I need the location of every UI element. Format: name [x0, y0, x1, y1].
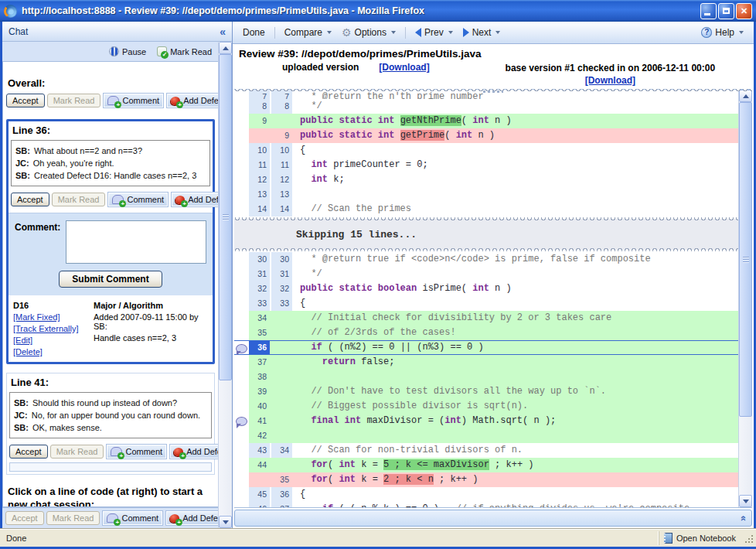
mark-fixed-link[interactable]: [Mark Fixed]: [13, 312, 87, 322]
base-version-label: base version #1 checked in on 2006-12-11…: [473, 62, 747, 74]
collapse-up-icon[interactable]: »: [737, 515, 747, 520]
caret-down-icon: [327, 31, 332, 34]
code-text: // Scan the primes: [292, 202, 738, 217]
line-number: 35: [271, 472, 292, 487]
line-number: [271, 341, 292, 354]
add-defect-button[interactable]: Add Defect: [166, 93, 218, 108]
code-row-35[interactable]: 35 // of 2/3rds of the cases!: [234, 326, 738, 340]
code-scrollbar[interactable]: [738, 90, 752, 507]
download-uploaded-link[interactable]: [Download]: [379, 62, 429, 73]
track-externally-link[interactable]: [Track Externally]: [13, 324, 87, 333]
scrollbar-up-button[interactable]: [219, 42, 232, 54]
code-row-38[interactable]: 38: [234, 370, 738, 384]
splitter-handle[interactable]: [483, 90, 503, 93]
prev-button[interactable]: Prev: [412, 26, 456, 39]
code-row-9[interactable]: 9public static int getPrime( int n ): [234, 128, 738, 143]
comment-button[interactable]: Comment: [103, 93, 164, 108]
comment-button[interactable]: Comment: [102, 510, 163, 526]
comment-bubble-icon: [107, 96, 119, 105]
code-row-30[interactable]: 3030 * @return true if <code>n</code> is…: [234, 252, 738, 267]
gutter-cell: [234, 355, 249, 370]
code-row-32[interactable]: 3232public static boolean isPrime( int n…: [234, 281, 738, 296]
code-text: // Scan for non-trivial divisors of n.: [292, 443, 738, 458]
code-row-11[interactable]: 1111 int primeCounter = 0;: [234, 158, 738, 172]
collapse-panel-icon[interactable]: «: [220, 26, 226, 37]
comment-button[interactable]: Comment: [107, 192, 169, 207]
mark-read-button: Mark Read: [46, 511, 100, 525]
review-title: Review #39: //depot/demo/primes/PrimeUti…: [239, 48, 747, 60]
accept-button[interactable]: Accept: [6, 94, 45, 107]
code-row-45[interactable]: 4536{: [234, 487, 738, 502]
code-row-43[interactable]: 4334 // Scan for non-trivial divisors of…: [234, 443, 738, 458]
code-row-13[interactable]: 1313: [234, 187, 738, 202]
scrollbar-thumb[interactable]: [219, 54, 232, 380]
sidebar-scrollbar[interactable]: [218, 42, 232, 528]
line-number: 13: [271, 187, 292, 202]
code-row-8[interactable]: 88 */: [234, 99, 738, 114]
comment-textarea[interactable]: [66, 220, 206, 264]
window-controls: ✕: [700, 3, 752, 19]
skipped-lines-band[interactable]: Skipping 15 lines...: [234, 219, 738, 250]
code-row-31[interactable]: 3131 */: [234, 267, 738, 281]
open-notebook-button[interactable]: Open Notebook: [659, 531, 741, 545]
add-defect-button[interactable]: Add Defect: [169, 444, 218, 459]
download-base-link[interactable]: [Download]: [585, 75, 635, 86]
line-number: 42: [249, 428, 270, 443]
scrollbar-down-button[interactable]: [219, 516, 232, 528]
code-row-35[interactable]: 35 for( int k = 2 ; k < n ; k++ ): [234, 472, 738, 487]
resize-grip[interactable]: [744, 532, 754, 544]
code-text: [292, 370, 738, 384]
chat-bubble-icon[interactable]: [236, 344, 247, 353]
code-row-14[interactable]: 1414 // Scan the primes: [234, 202, 738, 217]
code-text: {: [292, 487, 738, 502]
delete-link[interactable]: [Delete]: [13, 347, 87, 356]
code-row-12[interactable]: 1212 int k;: [234, 172, 738, 187]
code-row-42[interactable]: 42: [234, 428, 738, 443]
next-button[interactable]: Next: [460, 26, 504, 39]
defect-description: Handle cases n==2, 3: [94, 333, 208, 343]
code-row-46[interactable]: 4637 if ( ( n % k ) == 0 ) // if anythin…: [234, 502, 738, 507]
gutter-cell: [234, 158, 249, 172]
help-menu-button[interactable]: ?Help: [698, 26, 747, 39]
comment-button[interactable]: Comment: [106, 444, 167, 459]
bottom-collapse-bar[interactable]: »: [234, 510, 752, 527]
code-text: */: [292, 99, 738, 114]
add-defect-button[interactable]: Add Defect: [171, 192, 218, 207]
chat-bubble-icon[interactable]: [236, 417, 247, 426]
done-button[interactable]: Done: [240, 26, 268, 39]
scrollbar-thumb[interactable]: [739, 102, 752, 417]
options-menu-button[interactable]: ⚙Options: [339, 26, 399, 39]
mark-read-top-button[interactable]: Mark Read: [157, 46, 212, 56]
gutter-cell: [234, 370, 249, 384]
line-number: 31: [271, 267, 292, 281]
window-title: http://localhost:8888 - Review #39: //de…: [22, 5, 696, 16]
gutter-cell: [234, 311, 249, 326]
code-row-41[interactable]: 41 final int maxDivisor = (int) Math.sqr…: [234, 414, 738, 428]
scrollbar-down-button[interactable]: [739, 495, 752, 507]
code-row-37[interactable]: 37 return false;: [234, 355, 738, 370]
compare-menu-button[interactable]: Compare: [281, 26, 335, 39]
edit-link[interactable]: [Edit]: [13, 336, 87, 345]
close-button[interactable]: ✕: [736, 3, 752, 19]
pause-button[interactable]: Pause: [109, 46, 146, 56]
line-number: [271, 311, 292, 326]
code-row-9[interactable]: 9public static int getNthPrime( int n ): [234, 114, 738, 128]
bug-icon: [174, 448, 183, 456]
code-row-36[interactable]: 36 if ( (n%2) == 0 || (n%3) == 0 ): [234, 340, 738, 355]
accept-button[interactable]: Accept: [9, 445, 48, 459]
accept-button[interactable]: Accept: [11, 193, 49, 206]
maximize-button[interactable]: [718, 3, 734, 19]
code-row-40[interactable]: 40 // Biggest possible divisor is sqrt(n…: [234, 399, 738, 414]
code-row-44[interactable]: 44 for( int k = 5 ; k <= maxDivisor ; k+…: [234, 458, 738, 472]
line36-actions: Accept Mark Read Comment Add Defect: [11, 192, 210, 207]
line-number: [271, 428, 292, 443]
code-row-39[interactable]: 39 // Don't have to test divisors all th…: [234, 384, 738, 399]
chat-panel-body: Pause Mark Read Overall: Accept: [2, 42, 232, 528]
code-row-34[interactable]: 34 // Initial check for divisibility by …: [234, 311, 738, 326]
submit-comment-button[interactable]: Submit Comment: [59, 271, 162, 288]
line-number: [271, 355, 292, 370]
code-row-33[interactable]: 3333{: [234, 296, 738, 311]
code-row-10[interactable]: 1010{: [234, 143, 738, 158]
gutter-cell: [234, 472, 249, 487]
minimize-button[interactable]: [700, 3, 717, 19]
